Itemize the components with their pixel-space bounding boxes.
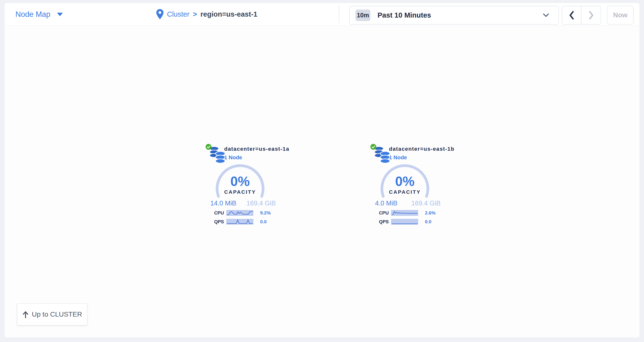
chevron-right-icon bbox=[588, 11, 594, 20]
up-to-cluster-button[interactable]: Up to CLUSTER bbox=[17, 303, 87, 326]
datacenter-header: datacenter=us-east-1b 1 Node bbox=[368, 142, 442, 164]
cpu-metric-row: CPU 2.6% bbox=[368, 210, 442, 216]
qps-label: QPS bbox=[209, 219, 224, 225]
capacity-percent: 0% bbox=[214, 173, 266, 189]
breadcrumb: Cluster > region=us-east-1 bbox=[156, 3, 258, 26]
qps-label: QPS bbox=[374, 219, 389, 225]
qps-metric-row: QPS 0.0 bbox=[368, 219, 442, 225]
cpu-metric-row: CPU 9.2% bbox=[204, 210, 277, 216]
console-panel: Node Map Cluster > region=us-east-1 10m … bbox=[4, 3, 640, 338]
arrow-up-icon bbox=[22, 311, 29, 318]
capacity-used: 4.0 MiB bbox=[375, 200, 398, 207]
capacity-total: 169.4 GiB bbox=[246, 200, 276, 207]
capacity-used: 14.0 MiB bbox=[210, 200, 236, 207]
datacenter-header-text: datacenter=us-east-1a 1 Node bbox=[224, 142, 290, 164]
capacity-range: 14.0 MiB 169.4 GiB bbox=[204, 200, 277, 207]
capacity-label: CAPACITY bbox=[214, 189, 266, 195]
cpu-value: 9.2% bbox=[260, 210, 271, 216]
capacity-gauge: 0% CAPACITY bbox=[214, 164, 266, 200]
datacenter-node-count-link[interactable]: 1 Node bbox=[389, 154, 454, 161]
qps-sparkline bbox=[226, 219, 253, 225]
datacenter-icon-group bbox=[204, 142, 224, 164]
location-pin-icon bbox=[156, 9, 164, 19]
up-to-cluster-label: Up to CLUSTER bbox=[32, 311, 82, 318]
caret-down-icon bbox=[57, 13, 63, 16]
time-range-badge: 10m bbox=[356, 9, 370, 21]
header-divider bbox=[339, 5, 339, 23]
cpu-sparkline bbox=[226, 210, 253, 216]
capacity-range: 4.0 MiB 169.4 GiB bbox=[368, 200, 442, 207]
capacity-percent: 0% bbox=[379, 173, 431, 189]
healthy-check-icon bbox=[370, 144, 376, 150]
top-bar: Node Map Cluster > region=us-east-1 10m … bbox=[4, 3, 640, 26]
view-selector-label: Node Map bbox=[16, 10, 50, 19]
chevron-down-icon bbox=[543, 13, 549, 17]
datacenter-node-us-east-1b[interactable]: datacenter=us-east-1b 1 Node 0% CAPACITY… bbox=[368, 142, 442, 228]
datacenter-node-count-link[interactable]: 1 Node bbox=[224, 154, 290, 161]
datacenter-header: datacenter=us-east-1a 1 Node bbox=[204, 142, 277, 164]
time-step-controls bbox=[562, 6, 601, 24]
step-back-button[interactable] bbox=[562, 6, 582, 24]
view-selector-dropdown[interactable]: Node Map bbox=[16, 3, 63, 26]
qps-metric-row: QPS 0.0 bbox=[204, 219, 277, 225]
cpu-label: CPU bbox=[209, 210, 224, 216]
datacenter-icon-group bbox=[368, 142, 389, 164]
capacity-label: CAPACITY bbox=[379, 189, 431, 195]
cpu-value: 2.6% bbox=[425, 210, 436, 216]
time-range-label: Past 10 Minutes bbox=[378, 11, 431, 19]
qps-value: 0.0 bbox=[260, 219, 266, 225]
step-forward-button[interactable] bbox=[582, 6, 601, 24]
metric-rows: CPU 9.2% QPS 0.0 bbox=[204, 210, 277, 225]
node-map-canvas: datacenter=us-east-1a 1 Node 0% CAPACITY… bbox=[4, 26, 640, 338]
metric-rows: CPU 2.6% QPS 0.0 bbox=[368, 210, 442, 225]
capacity-total: 169.4 GiB bbox=[411, 200, 440, 207]
now-button[interactable]: Now bbox=[607, 6, 634, 24]
cpu-label: CPU bbox=[374, 210, 389, 216]
datacenter-node-us-east-1a[interactable]: datacenter=us-east-1a 1 Node 0% CAPACITY… bbox=[204, 142, 277, 228]
datacenter-header-text: datacenter=us-east-1b 1 Node bbox=[389, 142, 454, 164]
qps-value: 0.0 bbox=[425, 219, 431, 225]
breadcrumb-cluster-link[interactable]: Cluster bbox=[167, 10, 190, 18]
breadcrumb-separator: > bbox=[193, 10, 197, 18]
datacenter-title: datacenter=us-east-1b bbox=[389, 146, 454, 152]
breadcrumb-current: region=us-east-1 bbox=[200, 10, 258, 18]
healthy-check-icon bbox=[206, 144, 212, 150]
capacity-gauge: 0% CAPACITY bbox=[379, 164, 431, 200]
chevron-left-icon bbox=[569, 11, 575, 20]
time-range-dropdown[interactable]: 10m Past 10 Minutes bbox=[350, 6, 559, 24]
datacenter-title: datacenter=us-east-1a bbox=[224, 146, 290, 152]
cpu-sparkline bbox=[391, 210, 418, 216]
qps-sparkline bbox=[391, 219, 418, 225]
